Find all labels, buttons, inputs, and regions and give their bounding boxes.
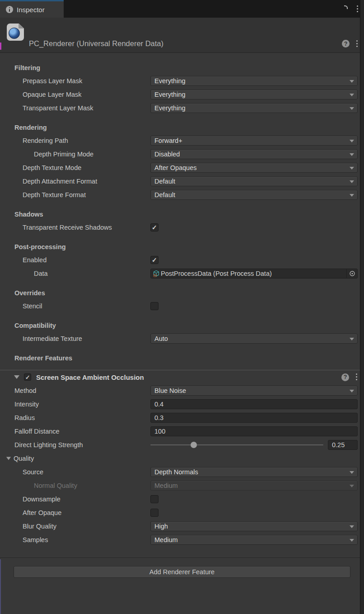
quality-foldout[interactable]: Quality [0, 455, 150, 462]
transparent-layer-mask-dropdown[interactable]: Everything [150, 103, 358, 113]
section-renderer-features: Renderer Features [0, 354, 364, 363]
field-label: Rendering Path [0, 137, 150, 144]
field-row: Falloff Distance 100 [0, 425, 364, 438]
stencil-checkbox[interactable] [150, 302, 159, 310]
depth-attachment-format-dropdown[interactable]: Default [150, 176, 358, 186]
field-label: Source [0, 468, 150, 476]
field-row: Downsample [0, 492, 364, 506]
field-row: Source Depth Normals [0, 465, 364, 479]
intermediate-texture-dropdown[interactable]: Auto [150, 334, 358, 344]
transparent-receive-shadows-checkbox[interactable] [150, 223, 159, 231]
page-title: PC_Renderer (Universal Renderer Data) [29, 39, 163, 48]
field-row: Transparent Receive Shadows [0, 221, 364, 234]
intensity-input[interactable]: 0.4 [150, 399, 358, 409]
field-label: Depth Texture Format [0, 191, 150, 198]
section-title: Overrides [0, 288, 364, 298]
section-title: Renderer Features [0, 354, 364, 363]
depth-texture-format-dropdown[interactable]: Default [150, 190, 358, 200]
chevron-down-icon [350, 390, 354, 392]
asset-header: PC_Renderer (Universal Renderer Data) Op… [0, 18, 364, 53]
kebab-menu-icon[interactable] [356, 40, 358, 47]
field-label: Depth Attachment Format [0, 178, 150, 185]
object-picker-icon[interactable] [346, 269, 357, 278]
depth-priming-mode-dropdown[interactable]: Disabled [150, 149, 358, 159]
source-dropdown[interactable]: Depth Normals [150, 467, 358, 477]
method-dropdown[interactable]: Blue Noise [150, 386, 358, 396]
field-row: Depth Texture Mode After Opaques [0, 161, 364, 175]
section-title: Rendering [0, 123, 364, 132]
field-label: Opaque Layer Mask [0, 91, 150, 98]
downsample-checkbox[interactable] [150, 495, 159, 503]
chevron-down-icon [350, 539, 354, 542]
object-field-value: PostProcessData (Post Process Data) [161, 270, 346, 277]
field-label: Method [0, 387, 150, 394]
field-label: After Opaque [0, 509, 150, 516]
foldout-arrow-icon[interactable] [14, 375, 19, 379]
field-row: Blur Quality High [0, 520, 364, 533]
section-shadows: Shadows Transparent Receive Shadows [0, 210, 364, 234]
opaque-layer-mask-dropdown[interactable]: Everything [150, 90, 358, 99]
chevron-down-icon [350, 140, 354, 142]
tab-bar: Inspector [0, 0, 364, 18]
ssao-enabled-checkbox[interactable] [24, 373, 31, 381]
field-row: Normal Quality Medium [0, 479, 364, 492]
depth-texture-mode-dropdown[interactable]: After Opaques [150, 163, 358, 173]
scriptable-object-icon [153, 270, 160, 277]
field-row: Radius 0.3 [0, 411, 364, 425]
chevron-down-icon [350, 525, 354, 528]
field-row: Depth Priming Mode Disabled [0, 147, 364, 161]
add-renderer-feature-button[interactable]: Add Renderer Feature [14, 566, 350, 578]
field-row: Opaque Layer Mask Everything [0, 88, 364, 101]
section-overrides: Overrides Stencil [0, 288, 364, 313]
field-row: Direct Lighting Strength 0.25 [0, 438, 364, 452]
field-label: Prepass Layer Mask [0, 77, 150, 85]
slider-handle[interactable] [191, 442, 197, 448]
inspector-body: Filtering Prepass Layer Mask Everything … [0, 53, 364, 614]
field-row: Depth Attachment Format Default [0, 175, 364, 188]
field-row: Transparent Layer Mask Everything [0, 101, 364, 115]
window-edge-line [0, 559, 1, 614]
after-opaque-checkbox[interactable] [150, 509, 159, 517]
field-label: Transparent Receive Shadows [0, 224, 150, 231]
post-processing-enabled-checkbox[interactable] [150, 256, 159, 264]
samples-dropdown[interactable]: Medium [150, 535, 358, 545]
field-label: Intermediate Texture [0, 335, 150, 342]
post-process-data-object-field[interactable]: PostProcessData (Post Process Data) [150, 269, 358, 279]
field-label: Blur Quality [0, 523, 150, 530]
field-label: Downsample [0, 496, 150, 503]
field-label: Stencil [0, 302, 150, 310]
field-row: Method Blue Noise [0, 384, 364, 397]
field-row: Data PostProcessData (Post Process Data) [0, 267, 364, 280]
unlock-icon[interactable] [341, 5, 349, 13]
help-icon[interactable] [342, 40, 350, 47]
blur-quality-dropdown[interactable]: High [150, 521, 358, 531]
radius-input[interactable]: 0.3 [150, 413, 358, 423]
falloff-distance-input[interactable]: 100 [150, 426, 358, 436]
feature-title: Screen Space Ambient Occlusion [36, 373, 144, 381]
tab-inspector[interactable]: Inspector [0, 0, 64, 18]
section-title: Compatibility [0, 321, 364, 330]
chevron-down-icon [350, 194, 354, 197]
field-row: Depth Texture Format Default [0, 188, 364, 202]
field-label: Depth Priming Mode [0, 151, 150, 158]
field-row: Intensity 0.4 [0, 397, 364, 411]
kebab-menu-icon[interactable] [357, 5, 359, 13]
tab-label: Inspector [17, 6, 45, 14]
slider-track[interactable] [150, 444, 323, 445]
kebab-menu-icon[interactable] [356, 373, 358, 381]
section-compatibility: Compatibility Intermediate Texture Auto [0, 321, 364, 345]
normal-quality-dropdown: Medium [150, 481, 358, 491]
rendering-path-dropdown[interactable]: Forward+ [150, 136, 358, 146]
prepass-layer-mask-dropdown[interactable]: Everything [150, 76, 358, 86]
foldout-arrow-icon [6, 457, 11, 460]
section-title: Post-processing [0, 242, 364, 251]
chevron-down-icon [350, 485, 354, 487]
help-icon[interactable] [341, 373, 349, 381]
chevron-down-icon [350, 153, 354, 156]
direct-lighting-strength-value[interactable]: 0.25 [328, 440, 358, 450]
field-row: Quality [0, 452, 364, 465]
field-label: Radius [0, 414, 150, 421]
chevron-down-icon [350, 107, 354, 110]
direct-lighting-strength-slider[interactable] [150, 440, 323, 450]
ssao-feature-header[interactable]: Screen Space Ambient Occlusion [0, 370, 364, 384]
